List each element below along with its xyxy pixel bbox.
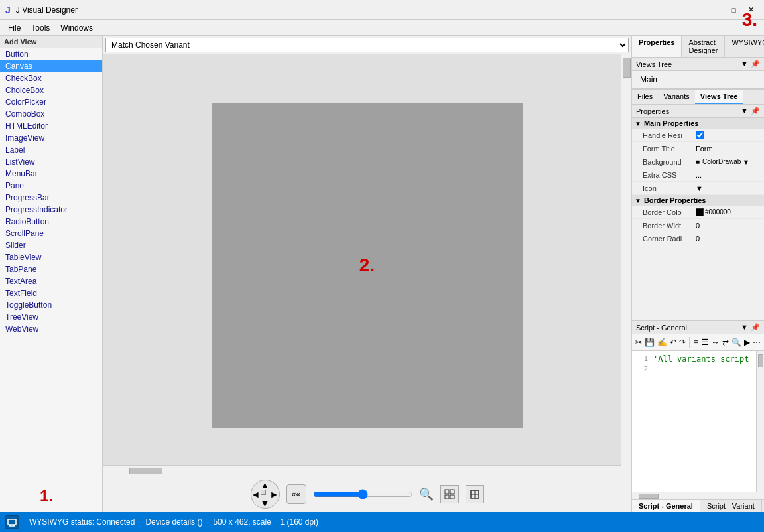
view-item-button[interactable]: Button: [0, 48, 102, 60]
view-item-pane[interactable]: Pane: [0, 180, 102, 192]
view-item-colorpicker[interactable]: ColorPicker: [0, 96, 102, 108]
view-item-menubar[interactable]: MenuBar: [0, 168, 102, 180]
center-panel: Match Chosen Variant 2.: [103, 36, 631, 512]
handle-resi-checkbox[interactable]: [696, 131, 704, 139]
script-tool-more[interactable]: ⋯: [752, 336, 761, 349]
tab-variants[interactable]: Variants: [658, 90, 695, 104]
icon-dropdown[interactable]: ▼: [696, 184, 703, 192]
script-section: Script - General ▼ 📌 ✂ 💾 ✍ ↶ ↷ ≡ ☰: [632, 321, 764, 512]
fit-button[interactable]: [466, 485, 484, 503]
border-properties-section-header[interactable]: ▼ Border Properties: [632, 195, 764, 206]
tab-views-tree[interactable]: Views Tree: [695, 90, 743, 104]
script-tool-3[interactable]: ✍: [657, 336, 668, 349]
view-item-treeview[interactable]: TreeView: [0, 311, 102, 323]
nav-up[interactable]: ▲: [261, 480, 270, 490]
view-item-label[interactable]: Label: [0, 144, 102, 156]
properties-dropdown-icon[interactable]: ▼: [741, 107, 748, 115]
canvas-vscrollbar[interactable]: [621, 54, 631, 476]
view-item-imageview[interactable]: ImageView: [0, 132, 102, 144]
variant-select[interactable]: Match Chosen Variant: [105, 38, 629, 52]
main-properties-label: Main Properties: [644, 119, 699, 127]
script-tab-variant[interactable]: Script - Variant: [700, 500, 762, 512]
view-item-tabpane[interactable]: TabPane: [0, 263, 102, 275]
zoom-slider[interactable]: [313, 489, 413, 499]
maximize-button[interactable]: □: [726, 3, 741, 17]
script-toolbar: ✂ 💾 ✍ ↶ ↷ ≡ ☰ ↔ ⇄ 🔍 ▶ ⋯: [632, 334, 764, 351]
script-bottom-tabs: Script - General Script - Variant: [632, 499, 764, 512]
properties-pin-icon[interactable]: 📌: [751, 107, 760, 115]
nav-circle[interactable]: ▲ ◄ ► ▼: [251, 480, 280, 509]
prop-border-width: Border Widt 0: [632, 219, 764, 232]
views-tree-pin-icon[interactable]: 📌: [751, 60, 760, 68]
view-item-textarea[interactable]: TextArea: [0, 275, 102, 287]
vscroll-thumb[interactable]: [623, 58, 631, 78]
title-bar: J J Visual Designer — □ ✕: [0, 0, 764, 20]
menu-windows[interactable]: Windows: [55, 22, 98, 34]
view-item-webview[interactable]: WebView: [0, 323, 102, 335]
tab-properties[interactable]: Properties: [632, 36, 682, 57]
script-tool-redo[interactable]: ↷: [678, 336, 686, 349]
view-item-listview[interactable]: ListView: [0, 156, 102, 168]
script-tool-6[interactable]: ☰: [701, 336, 710, 349]
views-tree-item-main[interactable]: Main: [637, 74, 759, 86]
menu-tools[interactable]: Tools: [26, 22, 55, 34]
view-item-textfield[interactable]: TextField: [0, 287, 102, 299]
status-bar: WYSIWYG status: Connected Device details…: [0, 512, 764, 532]
minimize-button[interactable]: —: [708, 3, 724, 17]
tab-abstract-designer[interactable]: Abstract Designer: [682, 36, 725, 57]
script-vscrollbar[interactable]: [756, 351, 764, 492]
script-pin-icon[interactable]: 📌: [751, 323, 760, 332]
view-item-canvas[interactable]: Canvas: [0, 60, 102, 72]
script-tool-5[interactable]: ≡: [692, 336, 700, 349]
view-item-progressindicator[interactable]: ProgressIndicator: [0, 204, 102, 216]
view-item-choicebox[interactable]: ChoiceBox: [0, 84, 102, 96]
script-tool-7[interactable]: ↔: [711, 336, 720, 349]
background-icon: ■: [696, 158, 700, 165]
script-tool-2[interactable]: 💾: [644, 336, 655, 349]
view-item-togglebutton[interactable]: ToggleButton: [0, 299, 102, 311]
nav-down[interactable]: ▼: [261, 499, 270, 508]
canvas-area: 2.: [103, 54, 631, 476]
prop-handle-resi: Handle Resi: [632, 129, 764, 142]
menu-file[interactable]: File: [3, 22, 26, 34]
back-button[interactable]: ««: [286, 484, 306, 504]
view-item-combobox[interactable]: ComboBox: [0, 108, 102, 120]
view-item-checkbox[interactable]: CheckBox: [0, 72, 102, 84]
tab-wysiwyg[interactable]: WYSIWYG: [725, 36, 764, 57]
script-tool-undo[interactable]: ↶: [669, 336, 677, 349]
view-item-htmleditor[interactable]: HTMLEditor: [0, 120, 102, 132]
script-tab-general[interactable]: Script - General: [632, 500, 700, 512]
extra-css-value[interactable]: ...: [696, 171, 702, 179]
canvas-hscrollbar[interactable]: [103, 465, 621, 476]
view-item-slider[interactable]: Slider: [0, 239, 102, 251]
nav-right[interactable]: ►: [270, 490, 279, 499]
hscroll-thumb[interactable]: [129, 468, 162, 474]
script-tool-8[interactable]: ⇄: [722, 336, 730, 349]
script-tool-1[interactable]: ✂: [635, 336, 643, 349]
views-tree-dropdown-icon[interactable]: ▼: [741, 60, 748, 68]
zoom-icon: 🔍: [419, 487, 434, 501]
grid-button[interactable]: [440, 485, 459, 503]
view-item-radiobutton[interactable]: RadioButton: [0, 216, 102, 228]
tab-files[interactable]: Files: [632, 90, 658, 104]
canvas-inner[interactable]: 2.: [212, 103, 523, 428]
script-vscroll-thumb[interactable]: [758, 354, 763, 367]
script-hscroll-thumb[interactable]: [639, 494, 659, 499]
view-item-progressbar[interactable]: ProgressBar: [0, 192, 102, 204]
views-tree-content: Main: [632, 71, 764, 88]
main-properties-section-header[interactable]: ▼ Main Properties: [632, 118, 764, 129]
border-color-swatch[interactable]: [696, 208, 704, 216]
background-value: ColorDrawab: [702, 158, 741, 165]
nav-left[interactable]: ◄: [251, 490, 261, 499]
variant-bar: Match Chosen Variant: [103, 36, 631, 54]
script-hscrollbar[interactable]: [632, 492, 764, 499]
prop-icon: Icon ▼: [632, 182, 764, 195]
script-tool-search[interactable]: 🔍: [731, 336, 742, 349]
view-item-tableview[interactable]: TableView: [0, 251, 102, 263]
background-dropdown[interactable]: ▼: [742, 158, 749, 166]
prop-border-color: Border Colo #000000: [632, 206, 764, 219]
bottom-right-tabs: Files Variants Views Tree: [632, 89, 764, 105]
script-tool-play[interactable]: ▶: [743, 336, 751, 349]
view-item-scrollpane[interactable]: ScrollPane: [0, 228, 102, 239]
script-dropdown-icon[interactable]: ▼: [741, 323, 748, 332]
